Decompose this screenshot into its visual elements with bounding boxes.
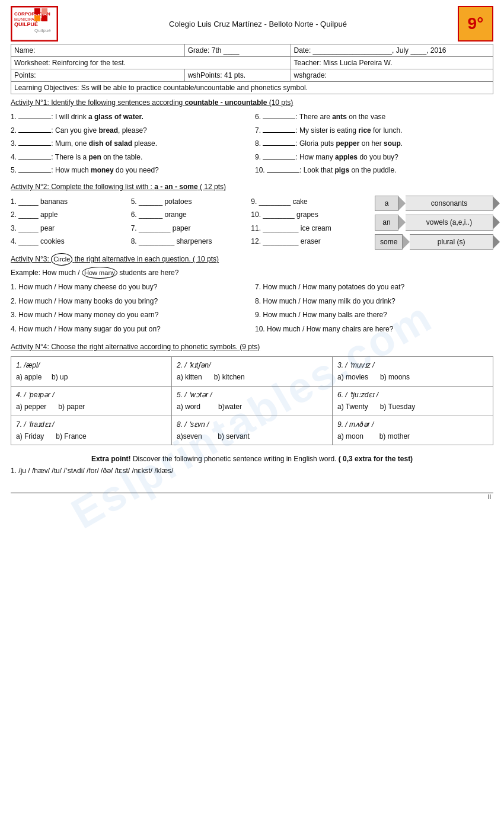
list-item: 8. : Gloria puts pepper on her soup.	[255, 138, 493, 149]
activity1-columns: 1. : I will drink a glass of water. 2. :…	[11, 110, 493, 177]
table-cell: 9. / mʌðər / a) moon b) mother	[333, 416, 493, 445]
phonetic-4: 4. / ˈpeɪpər /	[16, 389, 167, 401]
options-5: a) word b)water	[177, 401, 327, 413]
grade-label: Grade:	[188, 46, 210, 55]
extra-section: Extra point! Discover the following phon…	[11, 455, 493, 475]
date-value: ____________________, July ____, 2016	[313, 46, 446, 55]
options-1: a) apple b) up	[16, 371, 167, 383]
phonetic-1: 1. /æpl/	[16, 359, 167, 371]
svg-rect-5	[42, 8, 47, 14]
list-item: 9. ________ cake	[251, 196, 369, 208]
extra-text: Extra point! Discover the following phon…	[11, 455, 493, 463]
activity1-section: Activity N°1: Identify the following sen…	[11, 97, 493, 177]
list-item: 4. How much / How many sugar do you put …	[11, 323, 249, 336]
extra-sentence: 1. /ju / /hæv/ /tu/ /ˈstʌdi/ /for/ /ðə/ …	[11, 467, 493, 475]
activity2-legend: a consonants an vowels (a,e,i..) some pl…	[375, 196, 493, 250]
legend-key-some: some	[375, 234, 403, 250]
legend-row-an: an vowels (a,e,i..)	[375, 215, 493, 230]
table-cell: 6. / ˈtjuːzdɛɪ / a) Twenty b) Tuesday	[333, 386, 493, 416]
list-item: 3. : Mum, one dish of salad please.	[11, 138, 249, 149]
table-row: 1. /æpl/ a) apple b) up 2. / ˈkɪtʃən/ a)…	[11, 357, 493, 387]
options-7: a) Friday b) France	[16, 430, 167, 442]
legend-arrow-an	[398, 215, 406, 229]
phonetic-6: 6. / ˈtjuːzdɛɪ /	[337, 389, 488, 401]
activity2-list: 1. _____ bananas 2. _____ apple 3. _____…	[11, 194, 369, 250]
phonetic-2: 2. / ˈkɪtʃən/	[177, 359, 327, 371]
list-item: 2. _____ apple	[11, 209, 129, 221]
list-item: 3. How much / How many money do you earn…	[11, 309, 249, 322]
grade-badge: 9°	[458, 6, 493, 42]
svg-rect-6	[34, 15, 40, 21]
activity1-title: Activity N°1: Identify the following sen…	[11, 97, 493, 108]
table-cell: 5. / ˈwɔtər / a) word b)water	[172, 386, 333, 416]
phonetic-7: 7. / ˈfraɪdɛɪ /	[16, 419, 167, 430]
table-cell: 2. / ˈkɪtʃən/ a) kitten b) kitchen	[172, 357, 333, 387]
phonetic-3: 3. / ˈmuvɪz /	[337, 359, 488, 371]
options-3: a) movies b) moons	[337, 371, 488, 383]
name-label: Name:	[14, 46, 35, 55]
list-item: 7. How much / How many potatoes do you e…	[255, 281, 493, 294]
wshgrade-label: wshgrade:	[294, 71, 327, 79]
options-2: a) kitten b) kitchen	[177, 371, 327, 383]
svg-text:QUILPUÉ: QUILPUÉ	[14, 21, 38, 27]
extra-pts: ( 0,3 extra for the test)	[339, 455, 413, 463]
list-item: 1. How much / How many cheese do you buy…	[11, 281, 249, 294]
activity3-title: Activity N°3: Circle the right alternati…	[11, 253, 493, 266]
table-cell: 7. / ˈfraɪdɛɪ / a) Friday b) France	[11, 416, 172, 445]
list-item: 8. How much / How many milk do you drink…	[255, 295, 493, 308]
wshpoints-label: wshPoints: 41 pts.	[188, 71, 245, 79]
legend-row-some: some plural (s)	[375, 234, 493, 250]
activity3-right: 7. How much / How many potatoes do you e…	[255, 280, 493, 337]
table-cell: 3. / ˈmuvɪz / a) movies b) moons	[333, 357, 493, 387]
phonetic-9: 9. / mʌðər /	[337, 419, 488, 430]
list-item: 10. : Look that pigs on the puddle.	[255, 164, 493, 176]
phonetic-8: 8. / ˈsɛvn /	[177, 419, 327, 430]
list-item: 6. ______ orange	[131, 209, 249, 221]
activity2-col1: 1. _____ bananas 2. _____ apple 3. _____…	[11, 194, 129, 249]
objectives-text: Learning Objectives: Ss will be able to …	[14, 84, 308, 92]
activity2-items: 1. _____ bananas 2. _____ apple 3. _____…	[11, 194, 369, 249]
header: CORPORACION MUNICIPAL DE QUILPUÉ Quilpué…	[11, 6, 493, 42]
legend-key-an: an	[375, 215, 398, 230]
options-4: a) pepper b) paper	[16, 401, 167, 413]
activity4-section: Activity N°4: Choose the right alternati…	[11, 341, 493, 446]
legend-val-a: consonants	[406, 196, 493, 211]
svg-text:Quilpué: Quilpué	[34, 28, 51, 33]
list-item: 1. _____ bananas	[11, 196, 129, 208]
list-item: 9. : How many apples do you buy?	[255, 151, 493, 163]
activity3-left: 1. How much / How many cheese do you buy…	[11, 280, 249, 337]
list-item: 7. ________ paper	[131, 222, 249, 234]
extra-label: Extra point!	[91, 455, 131, 463]
legend-arrow-some	[403, 235, 410, 249]
options-6: a) Twenty b) Tuesday	[337, 401, 488, 413]
date-label: Date:	[294, 46, 311, 55]
options-9: a) moon b) mother	[337, 430, 488, 442]
legend-key-a: a	[375, 196, 398, 211]
activity2-content: 1. _____ bananas 2. _____ apple 3. _____…	[11, 194, 493, 250]
list-item: 5. ______ potatoes	[131, 196, 249, 208]
activity1-right: 6. : There are ants on the vase 7. : My …	[255, 110, 493, 177]
activity2-title: Activity N°2: Complete the following lis…	[11, 181, 493, 193]
school-logo: CORPORACION MUNICIPAL DE QUILPUÉ Quilpué	[11, 6, 58, 42]
phonetic-5: 5. / ˈwɔtər /	[177, 389, 327, 401]
list-item: 1. : I will drink a glass of water.	[11, 111, 249, 123]
legend-row-a: a consonants	[375, 196, 493, 211]
legend-val-some: plural (s)	[410, 234, 493, 250]
list-item: 9. How much / How many balls are there?	[255, 309, 493, 322]
list-item: 6. : There are ants on the vase	[255, 111, 493, 123]
activity2-section: Activity N°2: Complete the following lis…	[11, 181, 493, 250]
form-table: Name: Grade: 7th ____ Date: ____________…	[11, 44, 493, 94]
list-item: 7. : My sister is eating rice for lunch.	[255, 124, 493, 136]
activity4-table: 1. /æpl/ a) apple b) up 2. / ˈkɪtʃən/ a)…	[11, 356, 493, 445]
table-cell: 1. /æpl/ a) apple b) up	[11, 357, 172, 387]
activity3-example: Example: How much / How many students ar…	[11, 267, 493, 279]
points-label: Points:	[14, 71, 36, 79]
activity3-rows: 1. How much / How many cheese do you buy…	[11, 280, 493, 337]
grade-badge-number: 9°	[468, 14, 484, 33]
worksheet-page: Eslprintables.com CORPORACION MUNICIPAL …	[0, 0, 504, 830]
list-item: 12. _________ eraser	[251, 235, 369, 247]
list-item: 5. : How much money do you need?	[11, 164, 249, 176]
bottom-line: ll	[11, 493, 493, 500]
circle-word: Circle	[51, 253, 72, 266]
table-cell: 8. / ˈsɛvn / a)seven b) servant	[172, 416, 333, 445]
